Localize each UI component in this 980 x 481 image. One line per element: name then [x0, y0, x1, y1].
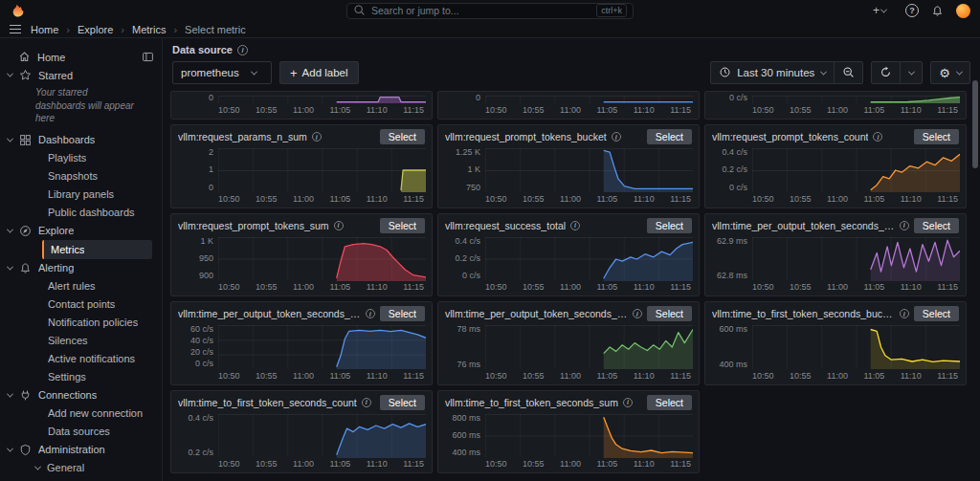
x-axis-tick: 10:55: [523, 371, 545, 381]
select-button[interactable]: Select: [914, 218, 959, 233]
info-icon[interactable]: i: [873, 132, 882, 142]
info-icon[interactable]: i: [312, 132, 322, 142]
info-icon[interactable]: i: [900, 221, 909, 230]
time-series-chart[interactable]: [752, 148, 960, 192]
y-axis-tick: 0 c/s: [729, 184, 747, 192]
info-icon[interactable]: i: [362, 398, 371, 407]
y-axis-tick: 0: [209, 94, 213, 102]
time-series-chart[interactable]: [218, 96, 426, 103]
x-axis-tick: 11:00: [560, 105, 581, 115]
refresh-interval-dropdown[interactable]: [900, 62, 922, 83]
info-icon[interactable]: i: [334, 221, 344, 230]
time-series-chart[interactable]: [752, 96, 960, 103]
time-series-chart[interactable]: [485, 325, 693, 369]
sidebar-item-library-panels[interactable]: Library panels: [0, 186, 162, 204]
metric-panel: vllm:time_per_output_token_seconds_bucke…: [704, 213, 967, 297]
info-icon[interactable]: i: [237, 45, 248, 55]
dock-sidebar-icon[interactable]: [142, 51, 154, 63]
sidebar-item-notification-policies[interactable]: Notification policies: [0, 314, 162, 332]
x-axis-tick: 11:10: [901, 371, 922, 381]
y-axis-tick: 0.4 c/s: [722, 148, 747, 157]
select-button[interactable]: Select: [380, 218, 425, 233]
sidebar-item-explore[interactable]: Explore: [0, 222, 162, 240]
grid-icon: [19, 134, 32, 146]
select-button[interactable]: Select: [647, 129, 692, 144]
time-series-chart[interactable]: [752, 237, 960, 281]
select-button[interactable]: Select: [914, 129, 959, 144]
sidebar-item-snapshots[interactable]: Snapshots: [0, 167, 162, 186]
sidebar-item-add-new-connection[interactable]: Add new connection: [0, 404, 162, 423]
breadcrumb-metrics[interactable]: Metrics: [113, 24, 166, 35]
sidebar-item-dashboards[interactable]: Dashboards: [0, 131, 162, 149]
select-button[interactable]: Select: [647, 306, 692, 321]
select-button[interactable]: Select: [380, 306, 425, 321]
grafana-logo[interactable]: [10, 3, 25, 18]
info-icon[interactable]: i: [612, 132, 621, 142]
menu-toggle-icon[interactable]: [10, 23, 21, 36]
time-series-chart[interactable]: [485, 414, 693, 458]
metric-panel: vllm:request_prompt_tokens_countiSelect0…: [704, 124, 967, 208]
time-series-chart[interactable]: [218, 414, 426, 458]
time-series-chart[interactable]: [485, 148, 693, 192]
info-icon[interactable]: i: [633, 309, 642, 318]
select-button[interactable]: Select: [647, 395, 692, 410]
info-icon[interactable]: i: [570, 221, 580, 230]
time-series-chart[interactable]: [218, 148, 426, 192]
add-label-button[interactable]: + Add label: [279, 61, 359, 84]
sidebar-item-alerting[interactable]: Alerting: [0, 259, 162, 277]
sidebar-item-contact-points[interactable]: Contact points: [0, 295, 162, 314]
time-series-chart[interactable]: [485, 237, 693, 281]
x-axis-tick: 11:10: [634, 371, 655, 381]
sidebar-item-home[interactable]: Home: [0, 48, 162, 66]
sidebar-item-silences[interactable]: Silences: [0, 332, 162, 350]
sidebar-item-alert-rules[interactable]: Alert rules: [0, 277, 162, 295]
search-input[interactable]: Search or jump to... ctrl+k: [346, 3, 634, 19]
user-avatar[interactable]: [956, 4, 970, 18]
select-button[interactable]: Select: [380, 395, 425, 410]
scrollbar-thumb[interactable]: [972, 80, 978, 168]
sidebar-item-stats-and-license[interactable]: Stats and license: [0, 477, 162, 481]
breadcrumb-home[interactable]: Home: [31, 24, 58, 35]
sidebar-item-settings[interactable]: Settings: [0, 368, 162, 386]
new-menu-button[interactable]: +: [873, 5, 893, 16]
refresh-button[interactable]: [872, 62, 900, 83]
info-icon[interactable]: i: [623, 398, 633, 407]
sidebar-item-active-notifications[interactable]: Active notifications: [0, 350, 162, 368]
select-button[interactable]: Select: [914, 306, 959, 321]
panel-settings-button[interactable]: ⚙: [931, 62, 969, 83]
sidebar-item-connections[interactable]: Connections: [0, 386, 162, 404]
zoom-out-button[interactable]: [834, 62, 862, 83]
info-icon[interactable]: i: [366, 309, 375, 318]
sidebar-item-playlists[interactable]: Playlists: [0, 149, 162, 167]
search-placeholder: Search or jump to...: [371, 5, 590, 16]
sidebar-item-public-dashboards[interactable]: Public dashboards: [0, 204, 162, 222]
notifications-bell-icon[interactable]: [931, 5, 944, 17]
breadcrumb-explore[interactable]: Explore: [58, 24, 113, 35]
time-series-chart[interactable]: [218, 237, 426, 281]
sidebar-item-starred[interactable]: Starred: [0, 66, 162, 84]
info-icon[interactable]: i: [900, 309, 909, 318]
y-axis-tick: 0.2 c/s: [188, 448, 213, 457]
time-series-chart[interactable]: [752, 325, 960, 369]
help-icon[interactable]: ?: [905, 4, 919, 17]
x-axis-tick: 11:05: [596, 371, 617, 381]
select-button[interactable]: Select: [647, 218, 692, 233]
sidebar-item-general[interactable]: General: [0, 459, 162, 477]
sidebar-item-metrics[interactable]: Metrics: [42, 240, 152, 259]
sidebar-item-data-sources[interactable]: Data sources: [0, 423, 162, 441]
y-axis-tick: 0 c/s: [195, 360, 213, 368]
data-source-select[interactable]: prometheus: [172, 61, 272, 84]
x-axis-tick: 10:55: [790, 282, 812, 292]
time-range-picker[interactable]: Last 30 minutes: [711, 62, 834, 83]
home-icon: [18, 51, 31, 63]
x-axis-tick: 10:55: [256, 371, 278, 381]
time-series-chart[interactable]: [485, 96, 693, 103]
y-axis-tick: 60 c/s: [190, 325, 213, 334]
select-button[interactable]: Select: [380, 129, 425, 144]
sidebar-item-administration[interactable]: Administration: [0, 441, 162, 459]
y-axis-tick: 750: [466, 184, 480, 192]
time-series-chart[interactable]: [218, 325, 426, 369]
x-axis-tick: 11:05: [329, 282, 350, 292]
chevron-down-icon: [7, 390, 13, 397]
x-axis-tick: 11:10: [901, 282, 922, 292]
